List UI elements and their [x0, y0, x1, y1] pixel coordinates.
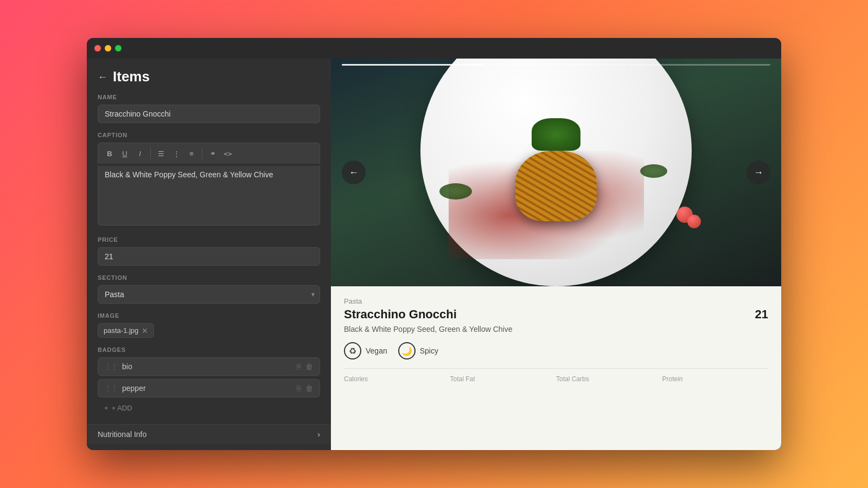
fat-label: Total Fat [450, 375, 557, 383]
section-select-wrap: Pasta Starters Mains Desserts ▾ [98, 285, 320, 304]
pasta-mound [515, 151, 597, 221]
badge-item-bio: ⋮⋮ bio ⎘ 🗑 [98, 357, 320, 376]
protein-label: Protein [662, 375, 769, 383]
badge-vegan: ♻ Vegan [344, 342, 387, 359]
badge-actions-pepper: ⎘ 🗑 [297, 384, 313, 393]
minimize-button[interactable] [105, 45, 111, 52]
drag-handle-icon[interactable]: ⋮⋮ [105, 363, 118, 370]
caption-label: CAPTION [98, 132, 320, 138]
unordered-list-button[interactable]: ☰ [154, 146, 168, 160]
toolbar-divider-1 [150, 148, 151, 159]
add-badge-label: + ADD [112, 404, 132, 412]
section-select[interactable]: Pasta Starters Mains Desserts [98, 285, 320, 304]
caption-section: CAPTION B U I ☰ ⋮ ≡ ⚭ <> Black & White P… [87, 132, 331, 236]
right-preview-panel: ← → Pasta Stracchino Gnocchi 21 Black & … [331, 59, 781, 450]
nutritional-label: Nutritional Info [98, 430, 146, 439]
herbs [532, 118, 580, 151]
herbs-left [439, 183, 472, 200]
price-label: PRICE [98, 236, 320, 243]
maximize-button[interactable] [115, 45, 122, 52]
ordered-list-button[interactable]: ⋮ [169, 146, 183, 160]
back-button[interactable]: ← [98, 72, 107, 82]
calories-label: Calories [344, 375, 450, 383]
herbs-right [640, 164, 667, 178]
main-content: ← Items NAME CAPTION B U I ☰ ⋮ ≡ [87, 59, 781, 450]
slide-indicator [629, 64, 770, 66]
slide-indicator [486, 64, 627, 66]
badge-spicy: 🌙 Spicy [398, 342, 438, 359]
next-image-button[interactable]: → [746, 160, 770, 184]
image-label: IMAGE [98, 312, 320, 319]
underline-button[interactable]: U [118, 146, 132, 160]
pasta-mound-area [496, 113, 616, 237]
badges-section: BADGES ⋮⋮ bio ⎘ 🗑 ⋮⋮ pepper ⎘ 🗑 [87, 346, 331, 424]
image-remove-button[interactable]: ✕ [142, 327, 148, 335]
badge-actions-bio: ⎘ 🗑 [297, 362, 313, 371]
info-card: Pasta Stracchino Gnocchi 21 Black & Whit… [331, 286, 781, 450]
section-section: SECTION Pasta Starters Mains Desserts ▾ [87, 274, 331, 312]
close-button[interactable] [94, 45, 101, 52]
name-label: NAME [98, 94, 320, 100]
nutrition-protein: Protein [662, 375, 769, 383]
bold-button[interactable]: B [103, 146, 117, 160]
nutrition-calories: Calories [344, 375, 450, 383]
left-panel: ← Items NAME CAPTION B U I ☰ ⋮ ≡ [87, 59, 331, 450]
nutritional-info-row[interactable]: Nutritional Info › [87, 424, 331, 444]
caption-input[interactable]: Black & White Poppy Seed, Green & Yellow… [98, 166, 320, 226]
badge-item-pepper: ⋮⋮ pepper ⎘ 🗑 [98, 379, 320, 397]
item-caption-display: Black & White Poppy Seed, Green & Yellow… [344, 325, 768, 333]
tomatoes [675, 205, 694, 227]
name-section: NAME [87, 94, 331, 132]
item-name-row: Stracchino Gnocchi 21 [344, 307, 768, 322]
preview-badges-row: ♻ Vegan 🌙 Spicy [344, 342, 768, 359]
item-name-display: Stracchino Gnocchi [344, 307, 457, 322]
price-section: PRICE [87, 236, 331, 274]
page-title: Items [113, 68, 150, 85]
image-tag: pasta-1.jpg ✕ [98, 323, 154, 338]
caption-toolbar: B U I ☰ ⋮ ≡ ⚭ <> [98, 143, 320, 164]
slide-indicator-active [342, 64, 483, 66]
badge-name-pepper: pepper [122, 384, 292, 393]
vegan-label: Vegan [366, 346, 387, 355]
delete-icon[interactable]: 🗑 [305, 384, 313, 393]
food-scene [331, 59, 781, 286]
badge-name-bio: bio [122, 362, 292, 371]
image-section: IMAGE pasta-1.jpg ✕ [87, 312, 331, 346]
chevron-right-icon: › [317, 430, 320, 439]
plus-icon: + [104, 404, 108, 412]
main-window: ← Items NAME CAPTION B U I ☰ ⋮ ≡ [87, 38, 781, 450]
spicy-label: Spicy [420, 346, 438, 355]
food-image-preview: ← → [331, 59, 781, 286]
traffic-lights [94, 45, 122, 52]
prev-image-button[interactable]: ← [342, 160, 366, 184]
spicy-icon: 🌙 [398, 342, 416, 359]
copy-icon[interactable]: ⎘ [297, 362, 301, 371]
badges-label: BADGES [98, 346, 320, 353]
link-button[interactable]: ⚭ [206, 146, 220, 160]
item-category: Pasta [344, 297, 768, 305]
titlebar [87, 38, 781, 59]
nutrition-fat: Total Fat [450, 375, 557, 383]
italic-button[interactable]: I [133, 146, 147, 160]
carbs-label: Total Carbs [556, 375, 662, 383]
item-price-display: 21 [755, 307, 768, 322]
price-input[interactable] [98, 247, 320, 266]
nutrition-carbs: Total Carbs [556, 375, 662, 383]
add-badge-button[interactable]: + + ADD [98, 401, 320, 415]
drag-handle-icon[interactable]: ⋮⋮ [105, 384, 118, 392]
delete-icon[interactable]: 🗑 [305, 362, 313, 371]
toolbar-divider-2 [202, 148, 202, 159]
image-filename: pasta-1.jpg [104, 326, 138, 335]
code-button[interactable]: <> [221, 146, 235, 160]
section-label: SECTION [98, 274, 320, 281]
name-input[interactable] [98, 105, 320, 123]
slide-indicators [342, 64, 770, 66]
align-button[interactable]: ≡ [184, 146, 199, 160]
nutrition-row: Calories Total Fat Total Carbs Protein [344, 368, 768, 383]
copy-icon[interactable]: ⎘ [297, 384, 301, 393]
vegan-icon: ♻ [344, 342, 361, 359]
panel-header: ← Items [87, 59, 331, 94]
